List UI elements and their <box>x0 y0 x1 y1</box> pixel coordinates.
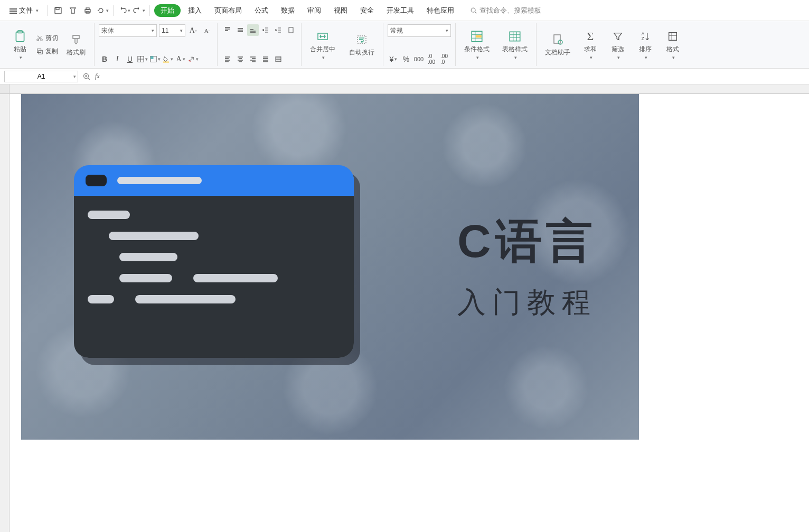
sum-icon: Σ <box>583 29 598 44</box>
cell-style-button[interactable]: ▾ <box>149 53 161 65</box>
svg-rect-3 <box>86 8 89 10</box>
wrap-text-button[interactable]: 自动换行 <box>345 30 379 59</box>
tab-view[interactable]: 视图 <box>328 4 353 17</box>
select-all-corner[interactable] <box>0 84 10 94</box>
increase-font-icon[interactable]: A+ <box>187 25 199 36</box>
search-icon <box>470 7 477 14</box>
print-icon[interactable] <box>81 4 94 17</box>
redo-icon[interactable]: ▾ <box>133 4 145 17</box>
cut-button[interactable]: 剪切 <box>34 33 60 44</box>
font-name-select[interactable]: 宋体▾ <box>99 24 157 37</box>
tab-formulas[interactable]: 公式 <box>249 4 274 17</box>
tab-page-layout[interactable]: 页面布局 <box>209 4 247 17</box>
formula-input[interactable] <box>104 71 805 82</box>
sum-button[interactable]: Σ 求和▾ <box>579 27 602 62</box>
increase-decimal-button[interactable]: .0.00 <box>426 53 437 65</box>
table-style-button[interactable]: 表格样式▾ <box>498 27 532 62</box>
format-button[interactable]: 格式▾ <box>661 27 684 62</box>
divider <box>47 5 48 16</box>
svg-rect-16 <box>289 27 293 33</box>
svg-rect-11 <box>39 50 42 54</box>
percent-button[interactable]: % <box>400 53 412 65</box>
number-format-select[interactable]: 常规▾ <box>388 24 451 37</box>
align-center-button[interactable] <box>234 53 246 65</box>
font-size-select[interactable]: 11▾ <box>159 24 185 37</box>
menu-bar: 文件 ▾ ▾ ▾ ▾ 开始 插入 页面布局 公式 数据 审阅 视图 安全 开发工… <box>0 0 809 21</box>
decrease-font-icon[interactable]: A- <box>201 25 213 36</box>
decrease-decimal-button[interactable]: .00.0 <box>438 53 450 65</box>
fill-color-button[interactable]: ▾ <box>162 53 174 65</box>
refresh-icon[interactable]: ▾ <box>96 4 109 17</box>
underline-button[interactable]: U <box>124 53 136 65</box>
sheet-canvas[interactable]: C语言 入门教程 <box>10 84 809 532</box>
svg-point-5 <box>471 8 475 12</box>
zoom-icon[interactable] <box>82 72 91 81</box>
row-headers[interactable] <box>0 94 10 532</box>
justify-button[interactable] <box>260 53 271 65</box>
align-top-button[interactable] <box>222 24 233 36</box>
tab-security[interactable]: 安全 <box>355 4 379 17</box>
svg-rect-21 <box>510 32 520 41</box>
align-left-button[interactable] <box>222 53 233 65</box>
sort-button[interactable]: AZ 排序▾ <box>634 27 657 62</box>
italic-button[interactable]: I <box>111 53 123 65</box>
format-painter-button[interactable]: 格式刷 <box>62 30 90 59</box>
bold-button[interactable]: B <box>99 53 110 65</box>
fx-label[interactable]: fx <box>95 72 100 80</box>
svg-text:Z: Z <box>642 36 644 41</box>
wrap-label: 自动换行 <box>349 48 374 57</box>
embedded-image[interactable]: C语言 入门教程 <box>21 94 639 440</box>
comma-button[interactable]: 000 <box>413 53 425 65</box>
print-preview-icon[interactable] <box>67 4 79 17</box>
align-bottom-button[interactable] <box>247 24 259 36</box>
filter-button[interactable]: 筛选▾ <box>606 27 629 62</box>
border-button[interactable]: ▾ <box>137 53 148 65</box>
distribute-button[interactable] <box>272 53 284 65</box>
tab-dev-tools[interactable]: 开发工具 <box>381 4 419 17</box>
merge-center-button[interactable]: 合并居中▾ <box>306 27 340 62</box>
tab-start[interactable]: 开始 <box>154 4 181 17</box>
copy-label: 复制 <box>45 47 58 56</box>
group-number: 常规▾ ¥▾ % 000 .0.00 .00.0 <box>383 23 456 66</box>
group-styles: 条件格式▾ 表格样式▾ <box>456 23 537 66</box>
copy-button[interactable]: 复制 <box>34 46 60 57</box>
svg-rect-14 <box>150 56 154 59</box>
currency-button[interactable]: ¥▾ <box>388 53 399 65</box>
clear-format-button[interactable]: ▾ <box>187 53 199 65</box>
divider <box>149 5 150 16</box>
sort-icon: AZ <box>638 29 653 44</box>
conditional-format-button[interactable]: 条件格式▾ <box>460 27 494 62</box>
paste-button[interactable]: 粘贴▾ <box>8 27 32 62</box>
chevron-down-icon: ▾ <box>73 74 76 79</box>
orientation-button[interactable] <box>285 24 297 36</box>
format-icon <box>665 29 680 44</box>
chevron-down-icon: ▾ <box>36 8 39 13</box>
align-right-button[interactable] <box>247 53 259 65</box>
copy-icon <box>36 48 43 55</box>
doc-helper-button[interactable]: 文档助手 <box>541 30 575 59</box>
tab-insert[interactable]: 插入 <box>183 4 207 17</box>
search-box[interactable]: 查找命令、搜索模板 <box>470 6 541 15</box>
save-icon[interactable] <box>52 4 64 17</box>
cut-label: 剪切 <box>45 34 58 43</box>
tab-review[interactable]: 审阅 <box>302 4 326 17</box>
name-box[interactable]: A1 ▾ <box>4 71 78 82</box>
tab-data[interactable]: 数据 <box>276 4 300 17</box>
svg-rect-10 <box>37 49 41 53</box>
format-label: 格式 <box>666 45 679 54</box>
align-middle-button[interactable] <box>234 24 246 36</box>
increase-indent-button[interactable] <box>272 24 284 36</box>
group-tools: 文档助手 Σ 求和▾ 筛选▾ AZ 排序▾ 格式▾ <box>537 23 689 66</box>
font-size-value: 11 <box>162 27 168 34</box>
svg-rect-22 <box>554 35 560 43</box>
svg-rect-15 <box>163 62 169 63</box>
cell-reference: A1 <box>37 73 45 80</box>
file-menu[interactable]: 文件 ▾ <box>5 4 43 17</box>
undo-icon[interactable]: ▾ <box>118 4 130 17</box>
number-format-value: 常规 <box>390 26 403 35</box>
decrease-indent-button[interactable] <box>260 24 271 36</box>
tab-special[interactable]: 特色应用 <box>421 4 459 17</box>
code-window-graphic <box>74 165 354 358</box>
merge-icon <box>315 29 330 44</box>
font-color-button[interactable]: A▾ <box>175 53 186 65</box>
